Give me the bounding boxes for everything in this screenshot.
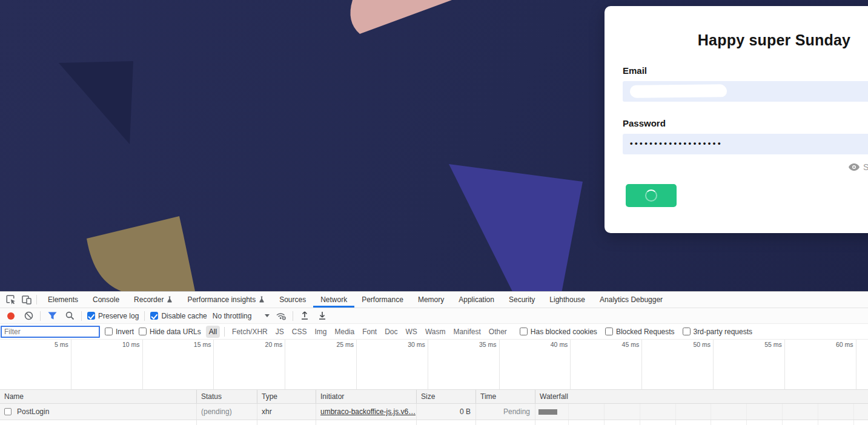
divider: [293, 311, 293, 321]
filter-input[interactable]: [1, 326, 100, 338]
devtools-tab[interactable]: Recorder: [127, 292, 180, 308]
filler-cell: [535, 420, 868, 425]
request-name-cell[interactable]: PostLogin: [0, 404, 197, 420]
record-network-log-icon[interactable]: [5, 310, 17, 322]
resource-type-filter[interactable]: Media: [331, 326, 357, 338]
devtools-panel: Elements Console Recorder Performance in…: [0, 291, 868, 425]
filter-extra-label: 3rd-party requests: [694, 328, 752, 336]
filter-funnel-icon[interactable]: [46, 310, 58, 322]
resource-type-filter[interactable]: Manifest: [450, 326, 483, 338]
screen: Happy super Sunday Email Password ••••••…: [0, 0, 868, 425]
resource-type-filter[interactable]: Font: [359, 326, 380, 338]
search-icon[interactable]: [64, 310, 76, 322]
waterfall-overview[interactable]: [0, 350, 868, 390]
resource-type-filter[interactable]: CSS: [289, 326, 310, 338]
resource-type-filter[interactable]: WS: [403, 326, 420, 338]
devtools-tab[interactable]: Performance insights: [180, 292, 272, 308]
resource-type-filter[interactable]: Other: [486, 326, 510, 338]
request-time-cell: Pending: [476, 404, 535, 420]
devtools-tab[interactable]: Sources: [272, 292, 313, 308]
preserve-log-option[interactable]: Preserve log: [87, 312, 139, 320]
throttling-dropdown[interactable]: No throttling: [213, 312, 270, 320]
throttling-value: No throttling: [213, 312, 252, 320]
disable-cache-option[interactable]: Disable cache: [150, 312, 207, 320]
tab-label: Elements: [48, 295, 78, 304]
tab-label: Lighthouse: [549, 295, 585, 304]
divider: [36, 295, 37, 305]
disable-cache-checkbox[interactable]: [150, 312, 158, 320]
show-password-label: S: [863, 162, 868, 172]
chevron-down-icon: [265, 314, 270, 317]
hide-data-urls-checkbox[interactable]: [139, 328, 147, 335]
column-header[interactable]: Size: [417, 390, 476, 403]
initiator-link[interactable]: umbraco-backoffice-js.js.v6…: [320, 407, 416, 416]
timeline-ruler: 5 ms 10 ms 15 ms 20 ms 25 ms 30 ms 35 ms…: [0, 340, 868, 350]
resource-type-filter[interactable]: Wasm: [422, 326, 449, 338]
filter-extra-checkbox[interactable]: [683, 328, 691, 335]
login-button[interactable]: [626, 184, 677, 207]
devtools-tab[interactable]: Memory: [411, 292, 451, 308]
navy-triangle-shape: [59, 61, 133, 144]
resource-type-filter[interactable]: JS: [273, 326, 287, 338]
devtools-tab[interactable]: Performance: [354, 292, 411, 308]
import-har-icon[interactable]: [299, 310, 311, 322]
password-input[interactable]: •••••••••••••••••••: [623, 134, 868, 154]
devtools-tab[interactable]: Lighthouse: [542, 292, 592, 308]
resource-type-filter[interactable]: Doc: [382, 326, 400, 338]
table-row[interactable]: PostLogin (pending) xhr umbraco-backoffi…: [0, 404, 868, 420]
ruler-tick-label: 25 ms: [285, 340, 356, 349]
hide-data-urls-option[interactable]: Hide data URLs: [139, 328, 201, 336]
filter-extra-checkbox[interactable]: [605, 328, 613, 335]
invert-checkbox[interactable]: [105, 328, 113, 335]
divider: [40, 311, 41, 321]
filter-extra-option[interactable]: 3rd-party requests: [683, 328, 752, 336]
show-password-toggle[interactable]: S: [849, 162, 868, 172]
invert-option[interactable]: Invert: [105, 328, 134, 336]
network-filterbar: Invert Hide data URLs All Fetch/XHR JS C…: [0, 324, 868, 340]
inspect-element-icon[interactable]: [5, 294, 17, 306]
ruler-tick-label: 60 ms: [785, 340, 856, 349]
filter-extra-checkbox[interactable]: [520, 328, 528, 335]
request-waterfall-cell[interactable]: [535, 404, 868, 420]
ruler-tick: 45 ms: [571, 340, 642, 350]
email-input[interactable]: [623, 81, 868, 102]
filter-extra-option[interactable]: Blocked Requests: [605, 328, 675, 336]
devtools-tab[interactable]: Network: [313, 292, 354, 308]
tab-label: Network: [320, 295, 347, 304]
column-header[interactable]: Status: [197, 390, 257, 403]
device-toolbar-icon[interactable]: [21, 294, 33, 306]
devtools-tab[interactable]: Analytics Debugger: [592, 292, 670, 308]
column-header[interactable]: Type: [257, 390, 316, 403]
export-har-icon[interactable]: [316, 310, 328, 322]
network-conditions-icon[interactable]: [275, 310, 287, 322]
clear-network-log-icon[interactable]: [22, 310, 35, 322]
request-status-cell: (pending): [197, 404, 257, 420]
devtools-tab[interactable]: Elements: [41, 292, 85, 308]
network-table-header: Name Status Type Initiator Size Time Wat…: [0, 390, 868, 404]
column-header[interactable]: Name: [0, 390, 197, 403]
devtools-tab[interactable]: Console: [85, 292, 127, 308]
row-select-checkbox[interactable]: [4, 408, 12, 415]
devtools-tabbar: Elements Console Recorder Performance in…: [0, 292, 868, 308]
devtools-tab[interactable]: Security: [502, 292, 542, 308]
ruler-tick-label: 45 ms: [571, 340, 641, 349]
filter-extra-option[interactable]: Has blocked cookies: [520, 328, 597, 336]
purple-triangle-shape: [449, 164, 583, 291]
resource-type-filter[interactable]: Img: [311, 326, 330, 338]
filler-cell: [476, 420, 535, 425]
column-header[interactable]: Initiator: [316, 390, 417, 403]
preserve-log-checkbox[interactable]: [87, 312, 95, 320]
filter-extra-label: Has blocked cookies: [531, 328, 597, 336]
ruler-tick: 60 ms: [785, 340, 856, 350]
resource-type-filter[interactable]: All: [206, 326, 220, 338]
filter-extra-options: Has blocked cookies Blocked Requests 3rd…: [520, 328, 752, 336]
resource-type-filter[interactable]: Fetch/XHR: [229, 326, 271, 338]
ruler-tick-label: 35 ms: [428, 340, 499, 349]
column-header[interactable]: Time: [476, 390, 535, 403]
column-header[interactable]: Waterfall: [535, 390, 868, 403]
ruler-tick: 15 ms: [143, 340, 214, 350]
devtools-tab[interactable]: Application: [451, 292, 502, 308]
ruler-tick: 10 ms: [71, 340, 143, 350]
hide-data-urls-label: Hide data URLs: [150, 328, 201, 336]
disable-cache-label: Disable cache: [161, 312, 207, 320]
